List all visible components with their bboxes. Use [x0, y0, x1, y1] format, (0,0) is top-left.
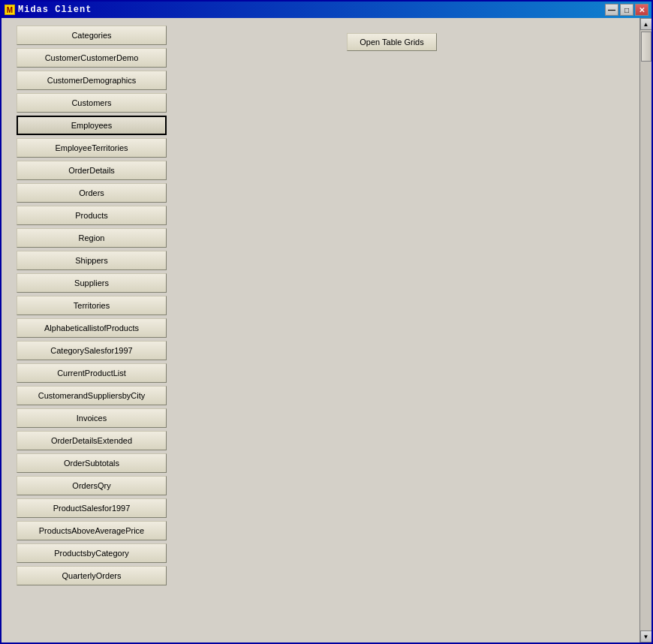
table-button-ordersqry[interactable]: OrdersQry: [17, 476, 167, 495]
table-button-employees[interactable]: Employees: [17, 116, 167, 135]
window-title: Midas Client: [18, 5, 92, 15]
table-button-customerdemographics[interactable]: CustomerDemographics: [17, 71, 167, 90]
main-window: M Midas Client — □ ✕ CategoriesCustomerC…: [0, 0, 653, 644]
table-button-customers[interactable]: Customers: [17, 93, 167, 113]
table-button-products[interactable]: Products: [17, 206, 167, 225]
table-button-ordersubtotals[interactable]: OrderSubtotals: [17, 453, 167, 473]
table-button-employeeterritories[interactable]: EmployeeTerritories: [17, 138, 167, 158]
table-button-orderdetails[interactable]: OrderDetails: [17, 161, 167, 180]
table-button-currentproductlist[interactable]: CurrentProductList: [17, 363, 167, 383]
title-bar: M Midas Client — □ ✕: [2, 2, 651, 18]
table-button-shippers[interactable]: Shippers: [17, 251, 167, 270]
scroll-thumb[interactable]: [641, 32, 651, 62]
open-table-grids-button[interactable]: Open Table Grids: [347, 33, 437, 51]
table-button-invoices[interactable]: Invoices: [17, 408, 167, 428]
close-button[interactable]: ✕: [635, 4, 648, 16]
table-button-customercustomerdemo[interactable]: CustomerCustomerDemo: [17, 48, 167, 68]
scroll-up-arrow[interactable]: ▲: [640, 18, 652, 30]
right-scrollbar: ▲ ▼: [639, 18, 651, 642]
title-buttons: — □ ✕: [605, 4, 648, 16]
table-button-region[interactable]: Region: [17, 228, 167, 248]
table-button-orders[interactable]: Orders: [17, 183, 167, 203]
content-area: CategoriesCustomerCustomerDemoCustomerDe…: [2, 18, 651, 642]
right-panel: Open Table Grids: [212, 18, 639, 642]
table-button-customerandsuppliersbycity[interactable]: CustomerandSuppliersbyCity: [17, 386, 167, 405]
table-button-productsaboveaverageprice[interactable]: ProductsAboveAveragePrice: [17, 521, 167, 540]
table-button-territories[interactable]: Territories: [17, 296, 167, 315]
app-icon: M: [5, 5, 15, 15]
table-button-categorysalesfor1997[interactable]: CategorySalesfor1997: [17, 341, 167, 360]
table-button-orderdetailsextended[interactable]: OrderDetailsExtended: [17, 431, 167, 450]
table-button-categories[interactable]: Categories: [17, 26, 167, 45]
table-button-productsbycategory[interactable]: ProductsbyCategory: [17, 543, 167, 563]
title-bar-left: M Midas Client: [5, 5, 92, 15]
scroll-track: [640, 30, 652, 630]
scroll-down-arrow[interactable]: ▼: [640, 630, 652, 642]
minimize-button[interactable]: —: [605, 4, 618, 16]
table-button-productsalesfor1997[interactable]: ProductSalesfor1997: [17, 498, 167, 518]
table-button-quarterlyorders[interactable]: QuarterlyOrders: [17, 566, 167, 585]
app-icon-text: M: [7, 6, 13, 14]
table-button-alphabeticallistofproducts[interactable]: AlphabeticallistofProducts: [17, 318, 167, 338]
maximize-button[interactable]: □: [620, 4, 633, 16]
table-button-suppliers[interactable]: Suppliers: [17, 273, 167, 293]
left-panel: CategoriesCustomerCustomerDemoCustomerDe…: [2, 18, 212, 642]
